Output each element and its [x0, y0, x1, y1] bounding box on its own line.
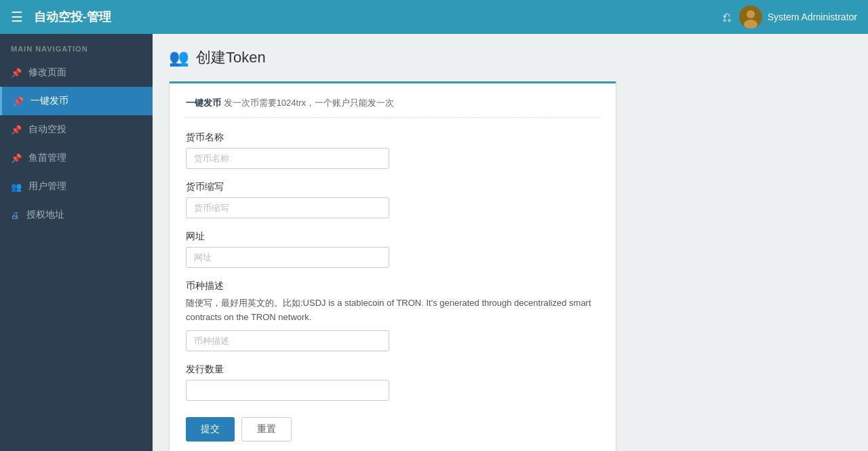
- sidebar-item-authorize-address[interactable]: 🖨 授权地址: [0, 201, 153, 229]
- url-label: 网址: [186, 231, 599, 243]
- top-header: ☰ 自动空投-管理 ⎌ System Administrator: [0, 0, 868, 34]
- pin-icon: 📌: [11, 68, 22, 78]
- page-header-icon: 👥: [169, 48, 189, 67]
- sidebar-label-user-management: 用户管理: [28, 180, 66, 193]
- submit-button[interactable]: 提交: [186, 417, 235, 442]
- pin-icon-auth: 🖨: [11, 210, 20, 220]
- header-right: ⎌ System Administrator: [723, 5, 857, 28]
- app-title: 自动空投-管理: [34, 9, 111, 25]
- pin-icon-active: 📌: [13, 96, 24, 106]
- sidebar-label-auto-airdrop: 自动空投: [28, 123, 66, 136]
- sidebar-label-fish-management: 鱼苗管理: [28, 152, 66, 164]
- page-title: 创建Token: [196, 47, 266, 68]
- description-input[interactable]: [186, 330, 389, 351]
- notice-label: 一键发币: [186, 98, 221, 108]
- main-layout: MAIN NAVIGATION 📌 修改页面 📌 一键发币 📌 自动空投 📌 鱼…: [0, 34, 868, 451]
- page-header: 👥 创建Token: [169, 47, 852, 68]
- description-group: 币种描述 随便写，最好用英文的。比如:USDJ is a stablecoin …: [186, 280, 599, 351]
- form-actions: 提交 重置: [186, 417, 599, 442]
- history-icon[interactable]: ⎌: [723, 9, 731, 25]
- sidebar-item-one-click-coin[interactable]: 📌 一键发币: [0, 87, 153, 115]
- avatar: [739, 5, 762, 28]
- sidebar-item-fish-management[interactable]: 📌 鱼苗管理: [0, 144, 153, 172]
- url-input[interactable]: [186, 247, 389, 268]
- reset-button[interactable]: 重置: [241, 417, 292, 442]
- sidebar-section-title: MAIN NAVIGATION: [0, 34, 153, 58]
- issue-amount-input[interactable]: [186, 380, 389, 401]
- svg-point-1: [747, 10, 755, 18]
- content-area: 👥 创建Token 一键发币 发一次币需要1024trx，一个账户只能发一次 货…: [153, 34, 868, 451]
- form-card: 一键发币 发一次币需要1024trx，一个账户只能发一次 货币名称 货币缩写 网…: [169, 81, 616, 451]
- currency-name-label: 货币名称: [186, 132, 599, 144]
- sidebar-item-edit-page[interactable]: 📌 修改页面: [0, 58, 153, 87]
- currency-abbr-group: 货币缩写: [186, 181, 599, 218]
- pin-icon-fish: 📌: [11, 153, 22, 163]
- issue-amount-group: 发行数量: [186, 364, 599, 401]
- user-info: System Administrator: [739, 5, 857, 28]
- pin-icon-user: 👥: [11, 182, 22, 192]
- issue-amount-label: 发行数量: [186, 364, 599, 376]
- sidebar-item-user-management[interactable]: 👥 用户管理: [0, 172, 153, 201]
- pin-icon-airdrop: 📌: [11, 125, 22, 135]
- currency-name-input[interactable]: [186, 148, 389, 169]
- sidebar-label-one-click-coin: 一键发币: [31, 95, 68, 107]
- hamburger-icon[interactable]: ☰: [11, 9, 23, 25]
- notice-text: 发一次币需要1024trx，一个账户只能发一次: [224, 98, 394, 108]
- sidebar: MAIN NAVIGATION 📌 修改页面 📌 一键发币 📌 自动空投 📌 鱼…: [0, 34, 153, 451]
- header-left: ☰ 自动空投-管理: [11, 9, 111, 25]
- currency-name-group: 货币名称: [186, 132, 599, 169]
- description-label: 币种描述: [186, 280, 599, 292]
- sidebar-label-authorize-address: 授权地址: [26, 209, 64, 221]
- card-notice: 一键发币 发一次币需要1024trx，一个账户只能发一次: [186, 97, 599, 118]
- currency-abbr-input[interactable]: [186, 197, 389, 218]
- currency-abbr-label: 货币缩写: [186, 181, 599, 193]
- sidebar-label-edit-page: 修改页面: [28, 66, 66, 79]
- sidebar-item-auto-airdrop[interactable]: 📌 自动空投: [0, 115, 153, 144]
- description-hint: 随便写，最好用英文的。比如:USDJ is a stablecoin of TR…: [186, 296, 599, 325]
- user-name: System Administrator: [768, 12, 857, 22]
- url-group: 网址: [186, 231, 599, 268]
